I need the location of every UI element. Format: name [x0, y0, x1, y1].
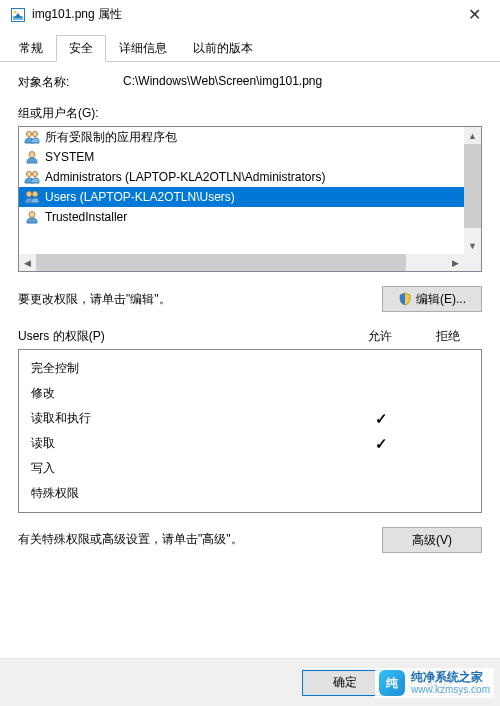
user-icon	[23, 149, 41, 165]
vertical-scrollbar[interactable]: ▲ ▼	[464, 127, 481, 254]
permission-row: 读取和执行✓	[31, 406, 477, 431]
svg-point-11	[29, 212, 35, 218]
title-bar: img101.png 属性 ✕	[0, 0, 500, 30]
svg-point-10	[32, 191, 37, 196]
tab-previous-versions[interactable]: 以前的版本	[180, 35, 266, 62]
svg-point-4	[26, 131, 31, 136]
horizontal-scrollbar[interactable]: ◀ ▶	[19, 254, 464, 271]
close-button[interactable]: ✕	[452, 0, 496, 30]
scroll-track-h[interactable]	[36, 254, 447, 271]
svg-point-6	[29, 152, 35, 158]
permission-row: 修改	[31, 381, 477, 406]
group-icon	[23, 169, 41, 185]
groups-label: 组或用户名(G):	[18, 105, 482, 122]
allow-checkmark-icon: ✓	[349, 410, 413, 428]
permission-name: 特殊权限	[31, 485, 349, 502]
permission-row: 特殊权限	[31, 481, 477, 506]
permission-name: 完全控制	[31, 360, 349, 377]
edit-row: 要更改权限，请单击"编辑"。 编辑(E)...	[18, 286, 482, 312]
advanced-row: 有关特殊权限或高级设置，请单击"高级"。 高级(V)	[18, 527, 482, 553]
tab-general[interactable]: 常规	[6, 35, 56, 62]
watermark: 纯 纯净系统之家 www.kzmsys.com	[375, 668, 494, 698]
advanced-button[interactable]: 高级(V)	[382, 527, 482, 553]
list-item-label: TrustedInstaller	[45, 210, 127, 224]
scroll-thumb[interactable]	[464, 144, 481, 228]
object-name-label: 对象名称:	[18, 74, 123, 91]
watermark-url: www.kzmsys.com	[411, 684, 490, 695]
object-path: C:\Windows\Web\Screen\img101.png	[123, 74, 482, 91]
permission-row: 读取✓	[31, 431, 477, 456]
allow-checkmark-icon: ✓	[349, 435, 413, 453]
permission-name: 读取和执行	[31, 410, 349, 427]
svg-point-7	[26, 171, 31, 176]
tab-bar: 常规 安全 详细信息 以前的版本	[0, 34, 500, 62]
scroll-right-icon[interactable]: ▶	[447, 254, 464, 271]
list-item[interactable]: Administrators (LAPTOP-KLA2OTLN\Administ…	[19, 167, 481, 187]
list-item-label: Users (LAPTOP-KLA2OTLN\Users)	[45, 190, 235, 204]
permissions-listbox: 完全控制修改读取和执行✓读取✓写入特殊权限	[18, 349, 482, 513]
group-icon	[23, 189, 41, 205]
shield-icon	[398, 292, 412, 306]
svg-point-2	[14, 10, 17, 13]
permission-row: 完全控制	[31, 356, 477, 381]
list-item[interactable]: SYSTEM	[19, 147, 481, 167]
list-item-label: 所有受限制的应用程序包	[45, 129, 177, 146]
permission-name: 读取	[31, 435, 349, 452]
svg-point-8	[32, 171, 37, 176]
object-row: 对象名称: C:\Windows\Web\Screen\img101.png	[18, 74, 482, 91]
list-item[interactable]: Users (LAPTOP-KLA2OTLN\Users)	[19, 187, 481, 207]
list-item-label: SYSTEM	[45, 150, 94, 164]
window-title: img101.png 属性	[32, 6, 452, 23]
edit-button[interactable]: 编辑(E)...	[382, 286, 482, 312]
edit-hint: 要更改权限，请单击"编辑"。	[18, 291, 382, 308]
scroll-thumb-h[interactable]	[36, 254, 406, 271]
group-icon	[23, 129, 41, 145]
permissions-for-label: Users 的权限(P)	[18, 328, 346, 345]
list-item-label: Administrators (LAPTOP-KLA2OTLN\Administ…	[45, 170, 326, 184]
permission-name: 写入	[31, 460, 349, 477]
scroll-down-icon[interactable]: ▼	[464, 237, 481, 254]
groups-listbox[interactable]: 所有受限制的应用程序包SYSTEMAdministrators (LAPTOP-…	[18, 126, 482, 272]
permissions-header: Users 的权限(P) 允许 拒绝	[18, 328, 482, 345]
watermark-name: 纯净系统之家	[411, 671, 490, 684]
file-icon	[10, 7, 26, 23]
permission-name: 修改	[31, 385, 349, 402]
scroll-up-icon[interactable]: ▲	[464, 127, 481, 144]
permission-row: 写入	[31, 456, 477, 481]
advanced-hint: 有关特殊权限或高级设置，请单击"高级"。	[18, 530, 382, 549]
watermark-logo-icon: 纯	[379, 670, 405, 696]
list-item[interactable]: 所有受限制的应用程序包	[19, 127, 481, 147]
advanced-button-label: 高级(V)	[412, 532, 452, 549]
scroll-sizer	[464, 254, 481, 271]
edit-button-label: 编辑(E)...	[416, 291, 466, 308]
tab-content: 对象名称: C:\Windows\Web\Screen\img101.png 组…	[0, 62, 500, 569]
deny-header: 拒绝	[414, 328, 482, 345]
svg-point-9	[26, 191, 31, 196]
user-icon	[23, 209, 41, 225]
svg-point-5	[32, 131, 37, 136]
tab-details[interactable]: 详细信息	[106, 35, 180, 62]
list-item[interactable]: TrustedInstaller	[19, 207, 481, 227]
scroll-track[interactable]	[464, 144, 481, 237]
scroll-left-icon[interactable]: ◀	[19, 254, 36, 271]
allow-header: 允许	[346, 328, 414, 345]
tab-security[interactable]: 安全	[56, 35, 106, 62]
